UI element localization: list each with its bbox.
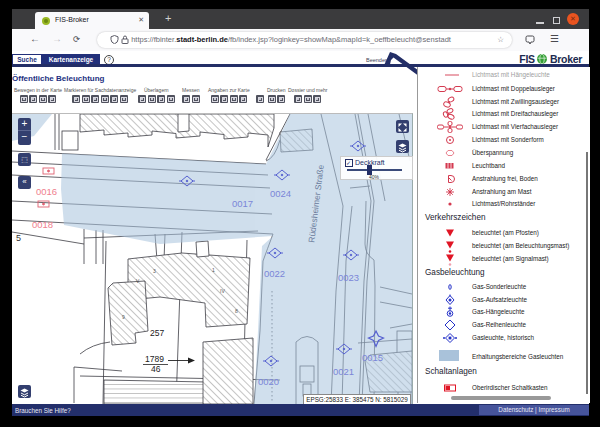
svg-text:0022: 0022 [264,268,285,279]
svg-text:0023: 0023 [338,272,359,283]
svg-text:0020: 0020 [258,376,279,387]
svg-text:0016: 0016 [36,186,57,197]
svg-text:0021: 0021 [333,366,354,377]
svg-text:8: 8 [235,308,238,314]
svg-text:IV: IV [220,288,225,294]
svg-text:1: 1 [212,267,215,273]
svg-text:0017: 0017 [232,198,253,209]
svg-text:0015: 0015 [362,352,383,363]
svg-text:46: 46 [151,364,161,374]
svg-text:3: 3 [153,268,156,274]
svg-text:257: 257 [150,328,164,338]
svg-text:1789: 1789 [145,354,164,364]
svg-text:5: 5 [16,233,21,243]
svg-text:0018: 0018 [32,219,53,230]
svg-text:0024: 0024 [270,188,291,199]
svg-text:9: 9 [122,314,125,320]
